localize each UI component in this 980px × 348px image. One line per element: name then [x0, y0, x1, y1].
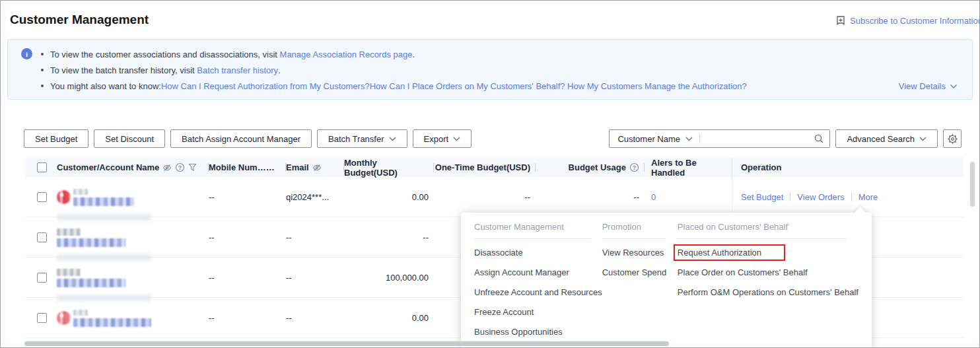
header-onetime-label: One-Time Budget(USD) [435, 162, 530, 172]
row-checkbox-cell [26, 298, 57, 338]
info-banner: i To view the customer associations and … [7, 39, 973, 100]
redacted-customer-name [73, 310, 151, 327]
customer-name-cell[interactable] [57, 298, 209, 338]
batch-transfer-dropdown[interactable]: Batch Transfer [317, 129, 407, 148]
search-field-selector[interactable]: Customer Name [617, 134, 693, 144]
batch-assign-label: Batch Assign Account Manager [182, 134, 300, 144]
customer-name-cell[interactable] [57, 258, 209, 298]
banner-text: You might also want to know: [50, 81, 161, 91]
enterprise-badge-icon [57, 311, 71, 325]
bookmark-plus-icon [835, 15, 846, 26]
help-icon[interactable]: ? [629, 162, 639, 172]
row-checkbox-cell [26, 258, 57, 298]
search-icon[interactable] [814, 133, 824, 144]
page-title: Customer Management [10, 13, 149, 27]
header-name-label: Customer/Account Name [57, 162, 159, 172]
banner-text: . [278, 65, 281, 75]
subscribe-link[interactable]: Subscribe to Customer Information [835, 15, 979, 26]
divider [678, 238, 847, 239]
onetime-budget-cell: -- [434, 177, 536, 217]
header-budget-usage: Budget Usage ? [536, 158, 645, 177]
menu-item-freeze-account[interactable]: Freeze Account [474, 302, 602, 322]
chevron-down-icon [453, 137, 460, 141]
menu-item-view-resources[interactable]: View Resources [602, 242, 678, 262]
customer-name-cell[interactable] [57, 177, 209, 217]
enterprise-badge-icon [57, 190, 71, 204]
row-checkbox-cell [26, 217, 57, 258]
redacted-customer-name [57, 228, 125, 247]
svg-text:?: ? [633, 164, 636, 171]
row-view-orders-link[interactable]: View Orders [797, 192, 844, 202]
search-input[interactable] [707, 134, 814, 144]
row-more-link[interactable]: More [858, 192, 878, 202]
help-icon[interactable]: ? [175, 162, 185, 172]
advanced-search-dropdown[interactable]: Advanced Search [835, 129, 938, 148]
divider [474, 238, 590, 239]
alerts-count-link[interactable]: 0 [651, 192, 656, 202]
horizontal-scrollbar[interactable] [24, 341, 669, 346]
menu-item-assign-account-manager[interactable]: Assign Account Manager [474, 262, 602, 282]
row-checkbox[interactable] [37, 232, 47, 242]
menu-item-request-authorization[interactable]: Request Authorization [678, 242, 858, 262]
banner-text: To view the customer associations and di… [50, 50, 280, 59]
info-icon: i [21, 48, 32, 59]
batch-assign-account-manager-button[interactable]: Batch Assign Account Manager [170, 129, 312, 148]
chevron-down-icon [950, 84, 958, 89]
eye-off-icon[interactable] [312, 163, 322, 172]
table-header: Customer/Account Name ? Mobile Num…… Ema… [26, 158, 963, 177]
banner-text: To view the batch transfer history, visi… [50, 65, 197, 75]
menu-item-place-order-on-customers-behalf[interactable]: Place Order on Customers' Behalf [678, 262, 858, 282]
subscribe-label: Subscribe to Customer Information [850, 16, 979, 26]
row-checkbox[interactable] [37, 273, 47, 283]
banner-line-3: You might also want to know:How Can I Re… [38, 78, 959, 94]
header-email-label: Email [286, 162, 309, 172]
view-details-label: View Details [899, 81, 946, 91]
row-checkbox[interactable] [37, 313, 47, 323]
header-mobile: Mobile Num…… [209, 158, 286, 177]
menu-item-business-opportunities[interactable]: Business Opportunities [474, 322, 602, 341]
menu-item-disassociate[interactable]: Disassociate [474, 242, 602, 262]
more-actions-popup: Customer Management Disassociate Assign … [461, 213, 872, 348]
highlight-box: Request Authorization [674, 244, 785, 261]
faq-manage-authorization-link[interactable]: How My Customers Manage the Authorizatio… [567, 81, 747, 91]
header-monthly-label: Monthly Budget(USD) [344, 158, 429, 178]
set-discount-label: Set Discount [105, 134, 154, 144]
header-onetime-budget: One-Time Budget(USD) [434, 158, 536, 177]
toolbar: Set Budget Set Discount Batch Assign Acc… [24, 129, 472, 148]
monthly-budget-cell: 0.00 [344, 177, 434, 217]
batch-transfer-history-link[interactable]: Batch transfer history [197, 65, 278, 75]
customer-name-cell[interactable] [57, 217, 209, 258]
header-name: Customer/Account Name ? [57, 158, 209, 177]
banner-line-2: To view the batch transfer history, visi… [38, 62, 959, 78]
menu-item-perform-om-operations[interactable]: Perform O&M Operations on Customers' Beh… [678, 282, 858, 302]
manage-association-records-link[interactable]: Manage Association Records page [280, 50, 413, 59]
row-set-budget-link[interactable]: Set Budget [741, 192, 783, 202]
menu-item-unfreeze-account-and-resources[interactable]: Unfreeze Account and Resources [474, 282, 602, 302]
view-details-link[interactable]: View Details [899, 81, 958, 91]
email-cell: -- [286, 217, 344, 258]
menu-item-customer-spend[interactable]: Customer Spend [602, 262, 678, 282]
set-discount-button[interactable]: Set Discount [94, 129, 165, 148]
search-tools: Customer Name Advanced Search [609, 129, 962, 148]
monthly-budget-cell: 100,000.00 [344, 258, 434, 298]
set-budget-label: Set Budget [35, 134, 77, 144]
monthly-budget-cell: -- [344, 217, 434, 258]
table-settings-button[interactable] [943, 129, 962, 148]
eye-off-icon[interactable] [162, 163, 172, 172]
filter-icon[interactable] [188, 163, 197, 172]
redaction-artifact [57, 214, 151, 221]
vertical-scrollbar[interactable] [970, 162, 975, 207]
divider [851, 193, 852, 201]
redacted-customer-name [73, 189, 134, 206]
select-all-checkbox[interactable] [37, 162, 47, 172]
export-dropdown[interactable]: Export [413, 129, 472, 148]
email-cell: -- [286, 298, 344, 338]
faq-place-orders-link[interactable]: How Can I Place Orders on My Customers' … [370, 81, 567, 91]
header-alerts-label: Alers to Be Handled [651, 158, 726, 178]
gear-icon [947, 133, 958, 145]
header-mobile-label: Mobile Num…… [209, 162, 275, 172]
set-budget-button[interactable]: Set Budget [24, 129, 88, 148]
faq-request-authorization-link[interactable]: How Can I Request Authorization from My … [161, 81, 370, 91]
chevron-down-icon [919, 137, 927, 141]
row-checkbox[interactable] [37, 192, 47, 202]
